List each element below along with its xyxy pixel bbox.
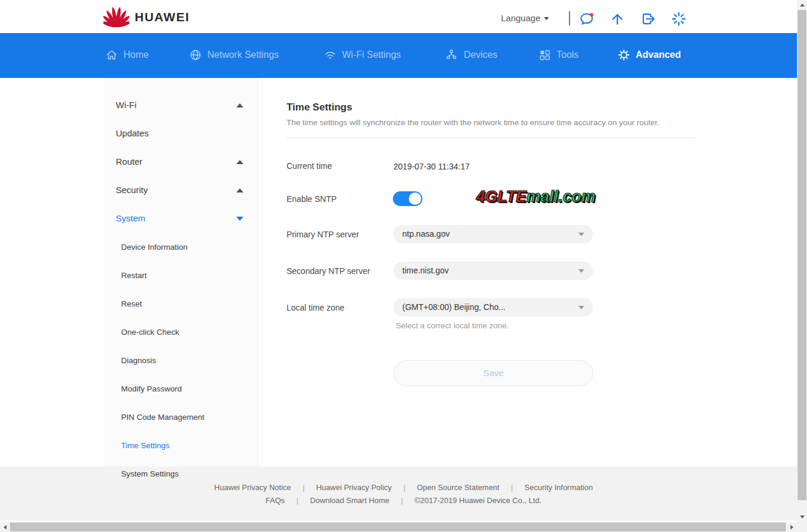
timezone-select[interactable]: (GMT+08:00) Beijing, Cho... bbox=[393, 298, 593, 316]
scroll-up-icon bbox=[800, 4, 805, 6]
footer-link-download-smart-home[interactable]: Download Smart Home bbox=[310, 496, 389, 505]
home-icon bbox=[105, 48, 118, 61]
enable-sntp-toggle[interactable] bbox=[393, 191, 422, 206]
sidebar-item-modify-password[interactable]: Modify Password bbox=[103, 382, 258, 395]
footer-link-open-source[interactable]: Open Source Statement bbox=[417, 483, 499, 492]
footer-separator: | bbox=[403, 483, 405, 492]
wifi-icon bbox=[324, 48, 337, 61]
chevron-down-icon bbox=[544, 17, 549, 20]
sidebar-item-restart[interactable]: Restart bbox=[103, 269, 258, 282]
sidebar-item-diagnosis[interactable]: Diagnosis bbox=[103, 354, 258, 367]
vertical-scrollbar[interactable] bbox=[797, 0, 807, 522]
nav-item-advanced[interactable]: Advanced bbox=[617, 46, 681, 64]
timezone-hint: Select a correct local time zone. bbox=[396, 321, 509, 330]
sidebar-item-one-click-check[interactable]: One-click Check bbox=[103, 325, 258, 338]
collapse-arrow-icon bbox=[236, 188, 243, 192]
scroll-right-button[interactable] bbox=[787, 522, 797, 532]
main-navbar: Home Network Settings Wi-Fi Settings Dev… bbox=[0, 33, 807, 78]
collapse-arrow-icon bbox=[236, 160, 243, 164]
section-divider bbox=[287, 138, 695, 138]
scroll-up-button[interactable] bbox=[797, 0, 807, 10]
sidebar-item-pin-code-management[interactable]: PIN Code Management bbox=[103, 410, 258, 423]
sidebar-group-system[interactable]: System bbox=[103, 212, 258, 225]
footer-row-1: Huawei Privacy Notice | Huawei Privacy P… bbox=[0, 483, 807, 492]
footer-copyright: ©2017-2019 Huawei Device Co., Ltd. bbox=[415, 496, 542, 505]
nav-item-devices[interactable]: Devices bbox=[445, 46, 497, 64]
gear-icon bbox=[617, 48, 630, 61]
devices-icon bbox=[445, 48, 458, 61]
primary-ntp-label: Primary NTP server bbox=[287, 230, 359, 239]
horizontal-scrollbar[interactable] bbox=[0, 522, 807, 532]
sidebar-group-updates[interactable]: Updates bbox=[103, 127, 258, 140]
timezone-label: Local time zone bbox=[287, 303, 344, 312]
nav-label: Home bbox=[123, 50, 149, 60]
page-title: Time Settings bbox=[287, 102, 352, 113]
current-time-label: Current time bbox=[287, 161, 332, 171]
sidebar-item-system-settings[interactable]: System Settings bbox=[103, 467, 258, 480]
footer-link-security-information[interactable]: Security Information bbox=[525, 483, 593, 492]
toggle-knob bbox=[409, 192, 421, 205]
nav-label: Devices bbox=[464, 50, 497, 60]
primary-ntp-value: ntp.nasa.gov bbox=[402, 229, 450, 239]
scroll-down-icon bbox=[800, 515, 805, 518]
sidebar: Wi-Fi Updates Router Security System Dev… bbox=[103, 78, 258, 466]
current-time-value: 2019-07-30 11:34:17 bbox=[393, 162, 470, 171]
secondary-ntp-select[interactable]: time.nist.gov bbox=[393, 262, 593, 280]
nav-item-tools[interactable]: Tools bbox=[538, 46, 578, 64]
secondary-ntp-label: Secondary NTP server bbox=[287, 266, 370, 276]
save-button[interactable]: Save bbox=[393, 360, 593, 386]
nav-item-home[interactable]: Home bbox=[105, 46, 149, 64]
message-icon[interactable] bbox=[579, 11, 594, 27]
sidebar-item-time-settings[interactable]: Time Settings bbox=[103, 439, 258, 452]
huawei-flower-icon bbox=[103, 6, 129, 28]
collapse-arrow-icon bbox=[236, 103, 243, 107]
scroll-left-icon bbox=[4, 525, 6, 530]
secondary-ntp-value: time.nist.gov bbox=[402, 266, 449, 275]
page-description: The time settings will synchronize the r… bbox=[287, 118, 659, 127]
horizontal-scrollbar-thumb[interactable] bbox=[10, 523, 786, 531]
tools-grid-icon bbox=[538, 48, 551, 61]
nav-label: Network Settings bbox=[207, 50, 279, 60]
scroll-right-icon bbox=[790, 525, 793, 530]
nav-item-network-settings[interactable]: Network Settings bbox=[189, 46, 279, 64]
timezone-value: (GMT+08:00) Beijing, Cho... bbox=[402, 302, 506, 312]
sidebar-group-wifi[interactable]: Wi-Fi bbox=[103, 99, 258, 112]
brand-name: HUAWEI bbox=[135, 10, 190, 24]
sidebar-group-security[interactable]: Security bbox=[103, 184, 258, 197]
sidebar-item-device-information[interactable]: Device Information bbox=[103, 240, 258, 253]
loading-spinner-icon bbox=[671, 11, 686, 27]
sidebar-item-reset[interactable]: Reset bbox=[103, 297, 258, 310]
primary-ntp-select[interactable]: ntp.nasa.gov bbox=[393, 225, 593, 243]
watermark: 4GLTEmall.com bbox=[476, 188, 596, 206]
nav-label: Wi-Fi Settings bbox=[342, 50, 401, 60]
footer-separator: | bbox=[297, 496, 298, 505]
footer-link-privacy-notice[interactable]: Huawei Privacy Notice bbox=[214, 483, 291, 492]
vertical-scrollbar-thumb[interactable] bbox=[798, 10, 806, 500]
dropdown-arrow-icon bbox=[578, 306, 584, 309]
footer-link-faqs[interactable]: FAQs bbox=[266, 496, 285, 505]
scroll-left-button[interactable] bbox=[0, 522, 10, 532]
expand-arrow-icon bbox=[236, 217, 243, 221]
sidebar-group-router[interactable]: Router bbox=[103, 155, 258, 168]
logout-icon[interactable] bbox=[640, 11, 656, 27]
dropdown-arrow-icon bbox=[578, 269, 584, 273]
language-label: Language bbox=[501, 13, 541, 23]
nav-label: Tools bbox=[557, 50, 578, 60]
upload-arrow-icon[interactable] bbox=[610, 11, 625, 27]
footer-separator: | bbox=[302, 483, 304, 492]
nav-label: Advanced bbox=[636, 50, 681, 60]
footer-separator: | bbox=[511, 483, 513, 492]
router-admin-page: HUAWEI Language bbox=[0, 0, 807, 532]
dropdown-arrow-icon bbox=[578, 233, 584, 236]
header-divider bbox=[569, 11, 570, 25]
huawei-logo: HUAWEI bbox=[103, 6, 190, 28]
footer-row-2: FAQs | Download Smart Home | ©2017-2019 … bbox=[0, 496, 807, 505]
enable-sntp-label: Enable SNTP bbox=[287, 194, 337, 204]
top-header: HUAWEI Language bbox=[0, 0, 807, 33]
language-selector[interactable]: Language bbox=[501, 13, 549, 23]
nav-item-wifi-settings[interactable]: Wi-Fi Settings bbox=[324, 46, 401, 64]
footer-link-privacy-policy[interactable]: Huawei Privacy Policy bbox=[316, 483, 392, 492]
scroll-down-button[interactable] bbox=[797, 512, 807, 522]
globe-icon bbox=[189, 48, 202, 61]
footer-separator: | bbox=[401, 496, 403, 505]
